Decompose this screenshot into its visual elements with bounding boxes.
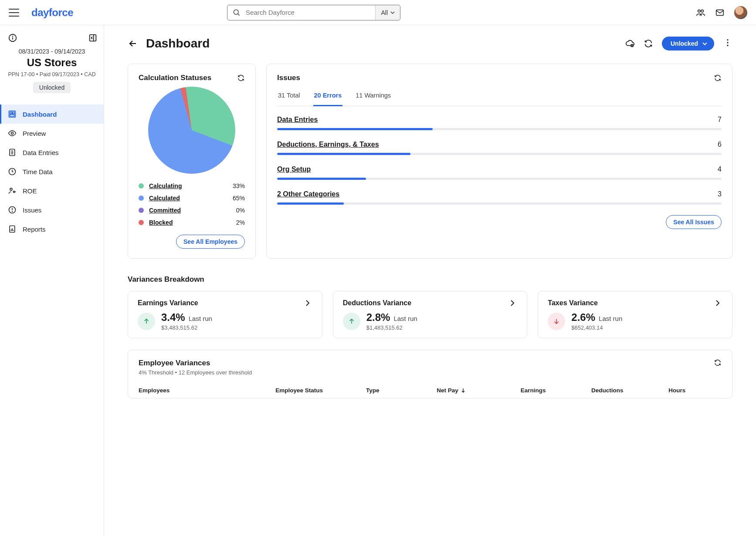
- lock-status-button[interactable]: Unlocked: [662, 37, 714, 51]
- employee-variances-table-header: Employees Employee Status Type Net Pay E…: [139, 387, 722, 394]
- arrow-down-icon: [461, 388, 465, 393]
- card-title: Issues: [277, 74, 300, 82]
- column-header[interactable]: Type: [366, 387, 432, 394]
- people-icon[interactable]: [696, 8, 705, 17]
- see-all-employees-button[interactable]: See All Employees: [176, 235, 245, 249]
- svg-point-21: [14, 191, 15, 192]
- sidebar-item-data-entries[interactable]: Data Entries: [0, 143, 104, 162]
- tab-errors[interactable]: 20 Errors: [313, 87, 343, 106]
- legend-color-dot: [139, 183, 144, 189]
- legend-label[interactable]: Blocked: [149, 219, 173, 226]
- cloud-link-icon[interactable]: [625, 39, 635, 48]
- see-all-issues-button[interactable]: See All Issues: [666, 215, 722, 229]
- column-header-sorted[interactable]: Net Pay: [437, 387, 516, 394]
- issue-count: 4: [718, 165, 722, 173]
- variance-card[interactable]: Taxes Variance2.6%Last run$652,403.14: [538, 291, 732, 338]
- sidebar-item-issues[interactable]: Issues: [0, 200, 104, 219]
- document-icon: [8, 148, 17, 157]
- refresh-icon[interactable]: [644, 39, 653, 48]
- sidebar: 08/31/2023 - 09/14/2023 US Stores PPN 17…: [0, 25, 104, 536]
- svg-point-20: [10, 188, 12, 190]
- report-icon: [8, 225, 17, 233]
- sidebar-item-roe[interactable]: ROE: [0, 181, 104, 200]
- refresh-icon[interactable]: [237, 74, 245, 82]
- sidebar-item-label: Issues: [23, 206, 41, 214]
- sidebar-item-reports[interactable]: Reports: [0, 219, 104, 239]
- tab-total[interactable]: 31 Total: [277, 87, 301, 106]
- column-header[interactable]: Employees: [139, 387, 271, 394]
- chevron-down-icon: [702, 41, 707, 46]
- card-issues: Issues 31 Total 20 Errors 11 Warnings Da…: [266, 64, 732, 259]
- chevron-right-icon: [510, 300, 517, 307]
- variance-card[interactable]: Earnings Variance3.4%Last run$3,483,515.…: [128, 291, 322, 338]
- sidebar-nav: Dashboard Preview Data Entries Time Data…: [0, 105, 104, 239]
- legend-value: 2%: [236, 219, 245, 226]
- card-calculation-statuses: Calculation Statuses Calculating33%Calcu…: [128, 64, 256, 259]
- user-avatar[interactable]: [734, 6, 747, 19]
- column-header[interactable]: Earnings: [521, 387, 587, 394]
- legend-row: Calculated65%: [139, 192, 245, 204]
- issue-category-link[interactable]: Deductions, Earnings, & Taxes: [277, 141, 379, 148]
- mail-icon[interactable]: [715, 8, 725, 17]
- column-header[interactable]: Employee Status: [275, 387, 362, 394]
- sidebar-item-time-data[interactable]: Time Data: [0, 162, 104, 181]
- issue-count: 6: [718, 141, 722, 148]
- dashboard-icon: [8, 110, 17, 118]
- legend-label[interactable]: Calculating: [149, 182, 182, 189]
- tab-warnings[interactable]: 11 Warnings: [355, 87, 392, 106]
- issue-bar: [277, 202, 722, 205]
- column-header[interactable]: Deductions: [591, 387, 664, 394]
- app-logo: dayforce: [31, 7, 73, 19]
- sidebar-item-label: Preview: [23, 130, 46, 137]
- info-icon[interactable]: [8, 33, 17, 43]
- more-actions-icon[interactable]: [723, 38, 732, 49]
- variance-title: Deductions Variance: [343, 299, 411, 307]
- legend-label[interactable]: Calculated: [149, 195, 180, 202]
- sidebar-item-label: Time Data: [23, 168, 53, 175]
- section-title-variances: Variances Breakdown: [128, 275, 732, 284]
- variance-title: Earnings Variance: [138, 299, 198, 307]
- arrow-down-icon: [548, 313, 565, 330]
- header-right: [696, 6, 747, 19]
- legend-label[interactable]: Committed: [149, 207, 181, 214]
- search-input[interactable]: [246, 9, 375, 16]
- legend-value: 65%: [233, 195, 245, 202]
- variance-card[interactable]: Deductions Variance2.8%Last run$1,483,51…: [333, 291, 528, 338]
- legend-value: 0%: [236, 207, 245, 214]
- svg-rect-8: [90, 35, 96, 41]
- variance-amount: $1,483,515.62: [366, 324, 417, 331]
- pay-period-meta: PPN 17-00 • Paid 09/17/2023 • CAD: [4, 71, 99, 78]
- column-header[interactable]: Hours: [668, 387, 722, 394]
- variance-subtext: Last run: [599, 315, 622, 322]
- collapse-panel-icon[interactable]: [88, 33, 98, 43]
- legend-color-dot: [139, 220, 144, 225]
- issue-category-link[interactable]: Org Setup: [277, 165, 311, 173]
- legend-row: Committed0%: [139, 204, 245, 216]
- svg-rect-12: [13, 112, 14, 114]
- variance-percent: 2.8%: [366, 311, 390, 324]
- refresh-icon[interactable]: [714, 74, 722, 82]
- variance-subtext: Last run: [189, 315, 212, 322]
- refresh-icon[interactable]: [714, 359, 722, 367]
- search-scope-dropdown[interactable]: All: [375, 5, 400, 20]
- status-chip: Unlocked: [33, 82, 71, 93]
- sidebar-item-dashboard[interactable]: Dashboard: [0, 105, 104, 124]
- lock-status-label: Unlocked: [671, 40, 698, 47]
- svg-point-3: [701, 10, 704, 12]
- arrow-up-icon: [343, 313, 360, 330]
- sidebar-item-label: Data Entries: [23, 149, 59, 156]
- issue-bar: [277, 153, 722, 155]
- issue-category-link[interactable]: Data Entries: [277, 116, 318, 124]
- search-container: All: [227, 5, 400, 20]
- back-arrow-icon[interactable]: [128, 38, 138, 49]
- card-employee-variances: Employee Variances 4% Threshold • 12 Emp…: [128, 350, 732, 398]
- pie-legend: Calculating33%Calculated65%Committed0%Bl…: [139, 180, 245, 229]
- issue-category-link[interactable]: 2 Other Categories: [277, 190, 339, 198]
- sidebar-item-preview[interactable]: Preview: [0, 124, 104, 143]
- menu-icon[interactable]: [9, 9, 19, 17]
- calculation-pie-chart: [148, 87, 235, 174]
- sidebar-item-label: Reports: [23, 226, 46, 233]
- svg-point-32: [727, 45, 728, 46]
- svg-point-7: [13, 36, 13, 37]
- legend-row: Blocked2%: [139, 216, 245, 229]
